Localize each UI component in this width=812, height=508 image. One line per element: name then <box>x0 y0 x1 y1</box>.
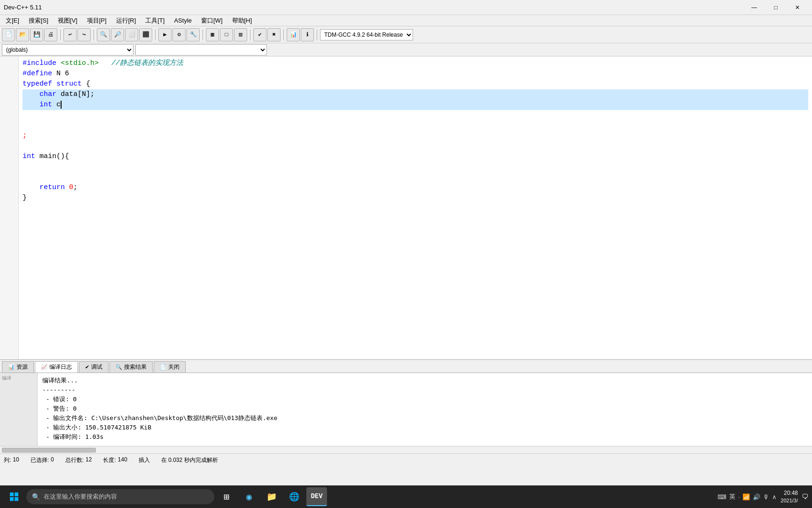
undo-button[interactable]: ↩ <box>63 28 77 41</box>
compile-output-file: - 输出文件名: C:\Users\zhanshen\Desktop\数据结构代… <box>42 413 807 423</box>
tab-resources[interactable]: 📊 资源 <box>2 361 34 373</box>
run-button[interactable]: ▶ <box>158 28 172 41</box>
compile-button[interactable]: ⚙ <box>172 28 186 41</box>
zoom-out-button[interactable]: 🔎 <box>111 28 124 41</box>
length-value: 140 <box>118 456 127 464</box>
hscroll-thumb[interactable] <box>2 448 96 452</box>
compile-log-icon: 📈 <box>41 364 47 370</box>
code-line-12 <box>23 172 808 183</box>
redo-button[interactable]: ↪ <box>78 28 91 41</box>
chart-button[interactable]: 📊 <box>287 28 300 41</box>
compile-output: 编译 编译结果... --------- - 错误: 0 - 警告: 0 - 输… <box>0 373 812 446</box>
open-button[interactable]: 📂 <box>16 28 29 41</box>
start-button[interactable] <box>4 487 24 506</box>
row-value: 10 <box>13 456 19 464</box>
menu-window[interactable]: 窗口[W] <box>197 16 226 26</box>
compile-output-size: - 输出大小: 150.5107421875 KiB <box>42 423 807 432</box>
debug-button[interactable]: 🔧 <box>187 28 200 41</box>
zoom-in-button[interactable]: 🔍 <box>97 28 110 41</box>
info-button[interactable]: ℹ <box>301 28 314 41</box>
tab-close-label: 关闭 <box>168 363 180 371</box>
tab-debug[interactable]: ✔ 调试 <box>79 361 109 373</box>
win-button[interactable]: □ <box>220 28 233 41</box>
row-label: 列: <box>4 456 11 464</box>
stop-button[interactable]: ✖ <box>267 28 281 41</box>
tray-icon-2[interactable]: 英 <box>729 492 735 501</box>
code-line-14: } <box>23 193 808 203</box>
tab-search-results[interactable]: 🔍 搜索结果 <box>109 361 153 373</box>
tray-icon-1[interactable]: ⌨ <box>718 493 726 500</box>
code-line-11 <box>23 162 808 172</box>
status-insert: 插入 <box>139 456 150 464</box>
explorer-icon: 📁 <box>266 492 277 502</box>
browser-button[interactable]: ◉ <box>239 487 259 506</box>
scope-dropdown[interactable] <box>135 44 267 56</box>
search-icon: 🔍 <box>32 493 40 500</box>
close-tab-icon: 📄 <box>160 364 166 370</box>
total-label: 总行数: <box>65 456 84 464</box>
menu-tools[interactable]: 工具[T] <box>141 16 168 26</box>
code-line-13: return 0; <box>23 183 808 193</box>
compile-header: 编译结果... <box>42 376 807 385</box>
check-button[interactable]: ✔ <box>253 28 266 41</box>
sep4 <box>203 29 203 40</box>
network-icon[interactable]: 📶 <box>742 493 750 500</box>
menu-run[interactable]: 运行[R] <box>112 16 140 26</box>
taskview-button[interactable]: ⊞ <box>216 487 237 506</box>
print-button[interactable]: 🖨 <box>44 28 57 41</box>
system-icons: ⌨ 英 · 📶 🔊 🎙 ∧ <box>718 492 777 501</box>
hscroll-bar[interactable] <box>0 446 812 453</box>
caret-icon[interactable]: ∧ <box>772 493 777 500</box>
editor-container: #include <stdio.h> //静态链表的实现方法 #define N… <box>0 56 812 359</box>
status-selected: 已选择: 0 <box>31 456 54 464</box>
compile-time: - 编译时间: 1.03s <box>42 432 807 442</box>
taskbar-search[interactable]: 🔍 在这里输入你要搜索的内容 <box>26 489 214 504</box>
menu-file[interactable]: 文[E] <box>2 16 23 26</box>
nav-button[interactable]: ⬜ <box>125 28 138 41</box>
explorer-button[interactable]: 📁 <box>261 487 282 506</box>
nav2-button[interactable]: ⬛ <box>139 28 152 41</box>
taskbar: 🔍 在这里输入你要搜索的内容 ⊞ ◉ 📁 🌐 DEV ⌨ 英 · 📶 🔊 🎙 ∧… <box>0 485 812 508</box>
code-line-6 <box>23 110 808 120</box>
menu-project[interactable]: 项目[P] <box>83 16 110 26</box>
debug-icon: ✔ <box>85 364 89 370</box>
code-line-3: typedef struct { <box>23 79 808 89</box>
minimize-button[interactable]: — <box>743 0 765 15</box>
menu-astyle[interactable]: AStyle <box>170 16 195 25</box>
volume-icon[interactable]: 🔊 <box>753 493 760 500</box>
globals-toolbar: (globals) <box>0 43 812 56</box>
mic-icon[interactable]: 🎙 <box>763 493 769 500</box>
close-button[interactable]: ✕ <box>787 0 808 15</box>
devcpp-button[interactable]: DEV <box>306 487 327 506</box>
compiler-dropdown[interactable]: TDM-GCC 4.9.2 64-bit Release <box>320 29 413 40</box>
code-line-9 <box>23 141 808 151</box>
compile-sidebar-label: 编译 <box>2 375 35 381</box>
layout-button[interactable]: ▤ <box>234 28 247 41</box>
menu-search[interactable]: 搜索[S] <box>25 16 52 26</box>
compile-content: 编译结果... --------- - 错误: 0 - 警告: 0 - 输出文件… <box>38 373 812 446</box>
svg-rect-1 <box>15 492 18 496</box>
selected-label: 已选择: <box>31 456 49 464</box>
bottom-panel: 📊 资源 📈 编译日志 ✔ 调试 🔍 搜索结果 📄 关闭 编译 编译结果... … <box>0 359 812 453</box>
new-button[interactable]: 📄 <box>2 28 15 41</box>
edge-button[interactable]: 🌐 <box>284 487 304 506</box>
title-bar: Dev-C++ 5.11 — □ ✕ <box>0 0 812 15</box>
code-line-1: #include <stdio.h> //静态链表的实现方法 <box>23 58 808 69</box>
tray-dots[interactable]: · <box>738 493 740 500</box>
svg-rect-0 <box>10 492 14 496</box>
tab-close[interactable]: 📄 关闭 <box>154 361 186 373</box>
tab-compile-log[interactable]: 📈 编译日志 <box>35 361 78 373</box>
code-area[interactable]: #include <stdio.h> //静态链表的实现方法 #define N… <box>19 56 812 359</box>
globals-dropdown[interactable]: (globals) <box>2 44 133 56</box>
menu-view[interactable]: 视图[V] <box>54 16 81 26</box>
save-button[interactable]: 💾 <box>30 28 43 41</box>
datetime-display[interactable]: 20:48 2021/3/ <box>781 489 798 504</box>
svg-rect-3 <box>15 497 18 501</box>
toolbar: 📄 📂 💾 🖨 ↩ ↪ 🔍 🔎 ⬜ ⬛ ▶ ⚙ 🔧 ▦ □ ▤ ✔ ✖ 📊 ℹ … <box>0 26 812 43</box>
status-length: 长度: 140 <box>103 456 127 464</box>
menu-help[interactable]: 帮助[H] <box>228 16 256 26</box>
grid-button[interactable]: ▦ <box>206 28 219 41</box>
date-display: 2021/3/ <box>781 497 798 504</box>
maximize-button[interactable]: □ <box>765 0 787 15</box>
notification-icon[interactable]: 🗨 <box>802 493 808 500</box>
